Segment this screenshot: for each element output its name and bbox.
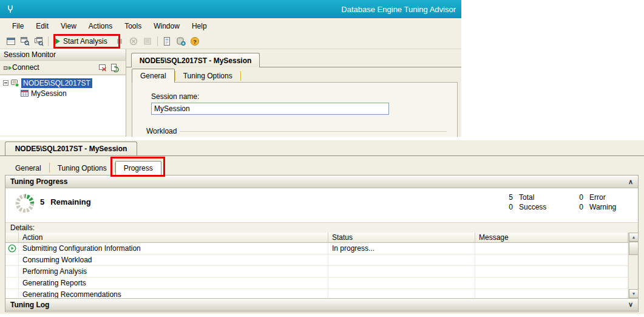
session-monitor-panel: Session Monitor Connect NO — [0, 49, 126, 137]
in-progress-icon — [5, 243, 19, 254]
document-tab[interactable]: NODE5\SQL2017ST - MySession — [131, 53, 260, 67]
tree-item-server[interactable]: NODE5\SQL2017ST — [0, 78, 126, 88]
cell-action: Generating Reports — [19, 278, 328, 288]
tuning-options-icon[interactable] — [174, 35, 188, 48]
new-session-icon[interactable] — [4, 35, 18, 48]
dta-main-window: Database Engine Tuning Advisor File Edit… — [0, 0, 461, 137]
tree-server-label[interactable]: NODE5\SQL2017ST — [21, 78, 92, 88]
tab-tuning-options[interactable]: Tuning Options — [175, 69, 240, 83]
server-icon — [10, 78, 19, 87]
header-message[interactable]: Message — [475, 233, 628, 242]
tab-strip: General Tuning Options Progress — [7, 160, 161, 175]
table-row[interactable]: Submitting Configuration Information In … — [5, 243, 628, 254]
menu-help[interactable]: Help — [186, 19, 213, 33]
document-tab[interactable]: NODE5\SQL2017ST - MySession — [5, 141, 137, 155]
toolbar-separator — [157, 36, 158, 46]
header-action[interactable]: Action — [19, 233, 328, 242]
row-indicator — [5, 266, 19, 277]
workload-group-label: Workload — [146, 127, 177, 135]
session-monitor-title: Session Monitor — [4, 50, 56, 59]
menu-window[interactable]: Window — [147, 19, 186, 33]
progress-stats: 5 Total 0 Error 0 Success 0 Warning — [504, 193, 634, 211]
cell-message — [475, 266, 628, 277]
cell-action: Submitting Configuration Information — [19, 243, 328, 254]
session-monitor-header: Session Monitor — [0, 49, 126, 61]
table-row[interactable]: Generating Reports — [5, 278, 628, 289]
scroll-up-button[interactable]: ▲ — [629, 233, 639, 242]
row-indicator — [5, 289, 19, 298]
group-box-line — [180, 131, 447, 132]
connect-button[interactable]: Connect — [12, 63, 39, 72]
help-icon[interactable]: ? — [188, 35, 202, 48]
refresh-icon[interactable] — [110, 63, 119, 72]
cell-action: Performing Analysis — [19, 266, 328, 277]
remaining-value: 5 — [40, 197, 44, 206]
scrollbar-thumb[interactable] — [629, 242, 639, 255]
document-tab-label: NODE5\SQL2017ST - MySession — [140, 56, 252, 65]
details-strip: Details: — [5, 223, 638, 233]
tree-session-label[interactable]: MySession — [31, 89, 67, 98]
preview-report-icon[interactable] — [160, 35, 174, 48]
menu-actions[interactable]: Actions — [83, 19, 118, 33]
menu-view[interactable]: View — [55, 19, 83, 33]
dta-progress-view: NODE5\SQL2017ST - MySession General Tuni… — [0, 140, 644, 314]
cell-status — [328, 266, 475, 277]
row-indicator — [5, 278, 19, 288]
stop-monitoring-icon[interactable] — [98, 63, 107, 72]
session-icon — [20, 89, 29, 98]
tuning-log-title: Tuning Log — [10, 301, 49, 309]
stat-error-value: 0 — [575, 193, 583, 202]
details-table-header: Action Status Message — [5, 233, 628, 243]
apply-recommendations-icon[interactable] — [141, 35, 155, 48]
table-row[interactable]: Consuming Workload — [5, 254, 628, 266]
tuning-progress-header[interactable]: Tuning Progress ∧ — [5, 176, 638, 188]
stat-warning-label: Warning — [583, 203, 634, 211]
session-tree: NODE5\SQL2017ST MySession — [0, 75, 126, 135]
start-analysis-play-icon — [55, 38, 60, 44]
stat-success-label: Success — [513, 203, 575, 211]
menu-file[interactable]: File — [6, 19, 30, 33]
tab-general[interactable]: General — [132, 69, 175, 83]
table-row[interactable]: Generating Recommendations — [5, 289, 628, 298]
session-monitor-icon[interactable] — [32, 35, 46, 48]
stat-total-value: 5 — [504, 193, 513, 202]
menu-edit[interactable]: Edit — [30, 19, 55, 33]
collapse-chevron-icon[interactable]: ∧ — [628, 178, 633, 186]
cell-status — [328, 254, 475, 265]
session-name-input[interactable] — [151, 103, 389, 115]
progress-summary: 5 Remaining 5 Total 0 Error 0 Success 0 … — [5, 188, 638, 223]
tuning-log-header[interactable]: Tuning Log ∨ — [5, 298, 638, 311]
tab-progress[interactable]: Progress — [115, 161, 161, 175]
cell-status: In progress... — [328, 243, 475, 254]
start-analysis-button[interactable]: Start Analysis — [51, 36, 113, 47]
session-name-label: Session name: — [151, 92, 199, 101]
cell-message — [475, 243, 628, 254]
menu-bar: File Edit View Actions Tools Window Help — [0, 18, 461, 34]
document-tab-label: NODE5\SQL2017ST - MySession — [15, 145, 127, 153]
toolbar-separator — [48, 36, 49, 46]
stop-analysis-icon[interactable] — [127, 35, 141, 48]
open-session-icon[interactable] — [18, 35, 32, 48]
details-label: Details: — [10, 223, 35, 232]
tab-general[interactable]: General — [7, 162, 49, 175]
tab-tuning-options[interactable]: Tuning Options — [50, 162, 115, 175]
document-area: NODE5\SQL2017ST - MySession General Tuni… — [126, 49, 461, 137]
scroll-down-button[interactable]: ▼ — [629, 289, 639, 298]
stat-success-value: 0 — [504, 203, 513, 211]
cell-status — [328, 289, 475, 298]
table-row[interactable]: Performing Analysis — [5, 266, 628, 278]
tree-item-session[interactable]: MySession — [0, 88, 126, 98]
progress-panel: Tuning Progress ∧ 5 Remaining 5 Total — [5, 175, 639, 312]
header-indicator-column[interactable] — [5, 233, 19, 242]
pause-analysis-icon[interactable] — [113, 35, 127, 48]
details-table-body: Submitting Configuration Information In … — [5, 243, 628, 298]
toolbar: Start Analysis ? — [0, 34, 461, 49]
expand-chevron-icon[interactable]: ∨ — [628, 301, 633, 308]
header-status[interactable]: Status — [328, 233, 475, 242]
vertical-scrollbar[interactable]: ▲ ▼ — [628, 233, 638, 298]
row-indicator — [5, 254, 19, 265]
cell-action: Generating Recommendations — [19, 289, 328, 298]
collapse-expander-icon[interactable] — [3, 80, 8, 86]
menu-tools[interactable]: Tools — [118, 19, 147, 33]
tab-strip: General Tuning Options — [132, 69, 241, 83]
